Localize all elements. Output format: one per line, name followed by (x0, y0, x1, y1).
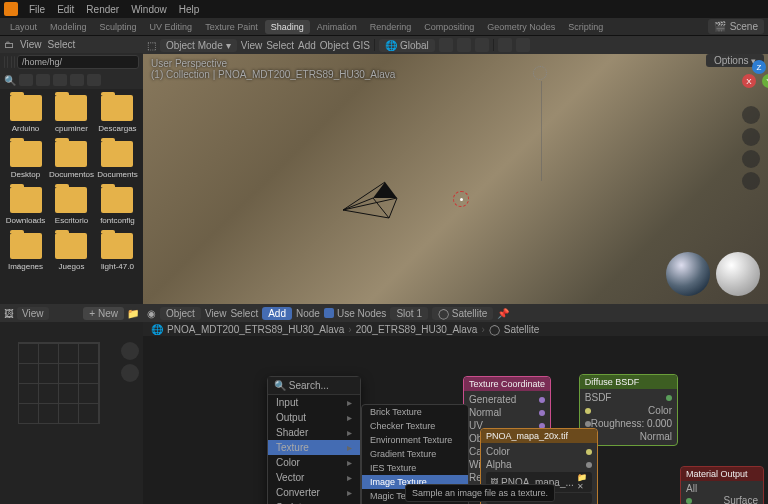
tab-rendering[interactable]: Rendering (364, 20, 418, 34)
submenu-item[interactable]: IES Texture (362, 461, 468, 475)
addmenu-item[interactable]: Shader▸ (268, 425, 360, 440)
add-search[interactable]: 🔍 Search... (268, 377, 360, 395)
addmenu-item[interactable]: Converter▸ (268, 485, 360, 500)
tooltip: Sample an image file as a texture. (405, 484, 555, 502)
addmenu-item[interactable]: Output▸ (268, 410, 360, 425)
display-mode-icon[interactable] (19, 74, 33, 86)
vp-menu-gis[interactable]: GIS (353, 40, 370, 51)
mode-dropdown[interactable]: Object Mode▾ (160, 39, 237, 52)
menu-render[interactable]: Render (81, 2, 124, 17)
tab-modeling[interactable]: Modeling (44, 20, 93, 34)
camera-object[interactable] (343, 176, 403, 236)
3d-viewport[interactable]: ⬚ Object Mode▾ View Select Add Object GI… (143, 36, 768, 304)
folder-item[interactable]: light-47.0 (96, 233, 139, 271)
np-menu-node[interactable]: Node (296, 308, 320, 319)
folder-item[interactable]: Downloads (4, 187, 47, 225)
addmenu-item[interactable]: Texture▸ (268, 440, 360, 455)
shading-icon[interactable] (516, 38, 530, 52)
proportional-icon[interactable] (475, 38, 489, 52)
fb-menu-select[interactable]: Select (48, 39, 76, 50)
zoom-icon[interactable] (742, 106, 760, 124)
tab-animation[interactable]: Animation (311, 20, 363, 34)
np-menu-view[interactable]: View (205, 308, 227, 319)
axis-z-icon[interactable]: Z (752, 60, 766, 74)
folder-item[interactable]: Descargas (96, 95, 139, 133)
fb-menu-view[interactable]: View (20, 39, 42, 50)
orientation-dropdown[interactable]: 🌐Global (379, 39, 435, 52)
image-editor-icon[interactable]: 🖼 (4, 308, 14, 319)
submenu-item[interactable]: Gradient Texture (362, 447, 468, 461)
persp-icon[interactable] (742, 172, 760, 190)
editor-type-icon[interactable]: ⬚ (147, 40, 156, 51)
use-nodes-checkbox[interactable]: Use Nodes (324, 308, 386, 319)
tab-scripting[interactable]: Scripting (562, 20, 609, 34)
addmenu-item[interactable]: Color▸ (268, 455, 360, 470)
pin-icon[interactable]: 📌 (497, 308, 509, 319)
pan-icon[interactable] (742, 128, 760, 146)
new-image-button[interactable]: + New (83, 307, 124, 320)
search-icon[interactable]: 🔍 (4, 75, 16, 86)
axis-x-icon[interactable]: X (742, 74, 756, 88)
menu-edit[interactable]: Edit (52, 2, 79, 17)
vp-menu-object[interactable]: Object (320, 40, 349, 51)
filter-icon[interactable] (87, 74, 101, 86)
folder-item[interactable]: Arduino (4, 95, 47, 133)
addmenu-item[interactable]: Script▸ (268, 500, 360, 504)
tab-texturepaint[interactable]: Texture Paint (199, 20, 264, 34)
uv-zoom-icon[interactable] (121, 364, 139, 382)
folder-item[interactable]: Imágenes (4, 233, 47, 271)
folder-item[interactable]: cpuminer (49, 95, 94, 133)
node-material-output[interactable]: Material Output All Surface Volume Displ… (680, 466, 764, 504)
tab-sculpting[interactable]: Sculpting (94, 20, 143, 34)
folder-icon (10, 187, 42, 213)
vp-menu-add[interactable]: Add (298, 40, 316, 51)
folder-icon (10, 95, 42, 121)
tab-layout[interactable]: Layout (4, 20, 43, 34)
node-canvas[interactable]: 🔍 Search... Input▸Output▸Shader▸Texture▸… (143, 336, 768, 504)
shader-type-dropdown[interactable]: Object (160, 307, 201, 320)
material-dropdown[interactable]: ◯ Satellite (432, 307, 493, 320)
uv-pan-icon[interactable] (121, 342, 139, 360)
display-list-icon[interactable] (36, 74, 50, 86)
vp-menu-select[interactable]: Select (266, 40, 294, 51)
pivot-icon[interactable] (457, 38, 471, 52)
scene-selector[interactable]: 🎬Scene (708, 19, 764, 34)
folder-item[interactable]: Juegos (49, 233, 94, 271)
fb-editor-icon[interactable]: 🗀 (4, 39, 14, 50)
folder-item[interactable]: fontconfig (96, 187, 139, 225)
submenu-item[interactable]: Brick Texture (362, 405, 468, 419)
viewport-info: User Perspective (1) Collection | PNOA_M… (151, 58, 395, 80)
addmenu-item[interactable]: Input▸ (268, 395, 360, 410)
open-image-icon[interactable]: 📁 (127, 308, 139, 319)
sort-icon[interactable] (70, 74, 84, 86)
axis-y-icon[interactable]: Y (762, 74, 768, 88)
tab-geonodes[interactable]: Geometry Nodes (481, 20, 561, 34)
folder-item[interactable]: Desktop (4, 141, 47, 179)
light-object[interactable] (533, 66, 547, 80)
submenu-item[interactable]: Checker Texture (362, 419, 468, 433)
uv-grid[interactable] (18, 342, 100, 424)
submenu-item[interactable]: Environment Texture (362, 433, 468, 447)
addmenu-item[interactable]: Vector▸ (268, 470, 360, 485)
tab-shading[interactable]: Shading (265, 20, 310, 34)
folder-item[interactable]: Documents (96, 141, 139, 179)
tab-uvediting[interactable]: UV Editing (144, 20, 199, 34)
np-menu-select[interactable]: Select (230, 308, 258, 319)
display-thumb-icon[interactable] (53, 74, 67, 86)
menu-help[interactable]: Help (174, 2, 205, 17)
snap-icon[interactable] (439, 38, 453, 52)
uv-view-menu[interactable]: View (17, 307, 49, 320)
folder-item[interactable]: Escritorio (49, 187, 94, 225)
tab-compositing[interactable]: Compositing (418, 20, 480, 34)
folder-item[interactable]: Documentos (49, 141, 94, 179)
menu-window[interactable]: Window (126, 2, 172, 17)
path-input[interactable] (17, 55, 139, 69)
menu-file[interactable]: File (24, 2, 50, 17)
vp-menu-view[interactable]: View (241, 40, 263, 51)
slot-dropdown[interactable]: Slot 1 (390, 307, 428, 320)
folder-icon (55, 95, 87, 121)
overlay-icon[interactable] (498, 38, 512, 52)
camera-view-icon[interactable] (742, 150, 760, 168)
node-editor-icon[interactable]: ◉ (147, 308, 156, 319)
np-menu-add[interactable]: Add (262, 307, 292, 320)
